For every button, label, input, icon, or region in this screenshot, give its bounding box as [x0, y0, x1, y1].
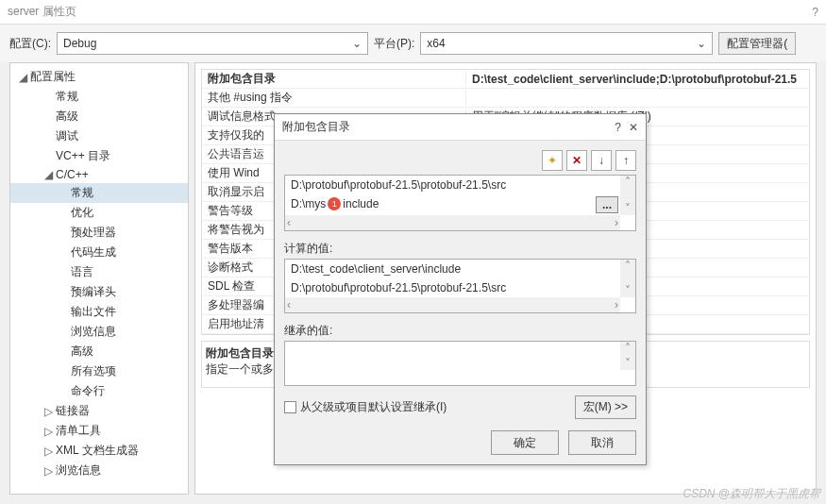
tree-leaf[interactable]: 输出文件 [10, 302, 188, 322]
vertical-scrollbar[interactable]: ˄ ˅ [620, 260, 635, 297]
tree-leaf[interactable]: 代码生成 [10, 243, 188, 262]
tree-leaf[interactable]: 调试 [10, 126, 188, 146]
tree-leaf[interactable]: 优化 [10, 203, 188, 223]
config-label: 配置(C): [9, 36, 51, 52]
dialog-toolbar: ✦ ✕ ↓ ↑ [284, 150, 636, 175]
tree-item-label: 浏览信息 [56, 462, 101, 479]
tree-item-label: 高级 [56, 109, 78, 125]
platform-select[interactable]: x64 ⌄ [420, 32, 713, 55]
tree-leaf[interactable]: 高级 [10, 342, 188, 361]
tree-item-label: 预处理器 [71, 225, 116, 241]
tree-leaf[interactable]: 命令行 [10, 381, 188, 401]
delete-line-button[interactable]: ✕ [566, 150, 587, 171]
list-item: D:\protobuf\protobuf-21.5\protobuf-21.5\… [285, 278, 635, 297]
tree-branch[interactable]: ▷XML 文档生成器 [10, 441, 188, 461]
vertical-scrollbar[interactable]: ˄ ˅ [620, 342, 635, 370]
config-select[interactable]: Debug ⌄ [57, 32, 368, 55]
inherit-checkbox[interactable]: 从父级或项目默认设置继承(I) [284, 399, 447, 415]
scroll-down-icon: ˅ [625, 284, 631, 297]
dialog-footer-2: 确定 取消 [284, 430, 636, 455]
scroll-down-icon: ˅ [625, 202, 631, 215]
window-titlebar: server 属性页 ? [0, 0, 826, 25]
config-value: Debug [63, 37, 96, 50]
tree-item-label: 优化 [71, 205, 93, 221]
dialog-footer-1: 从父级或项目默认设置继承(I) 宏(M) >> [284, 395, 636, 419]
tree-item-label: VC++ 目录 [56, 148, 110, 164]
tree-branch[interactable]: ▷清单工具 [10, 421, 188, 441]
browse-button[interactable]: ... [596, 196, 618, 213]
entry-text-pre: D:\mys [291, 197, 326, 210]
tree-leaf[interactable]: 高级 [10, 107, 188, 126]
inherit-checkbox-label: 从父级或项目默认设置继承(I) [300, 399, 447, 415]
computed-label: 计算的值: [284, 241, 636, 257]
scroll-up-icon: ˄ [625, 176, 631, 189]
grid-row[interactable]: 其他 #using 指令 [202, 89, 809, 108]
grid-row[interactable]: 附加包含目录D:\test_code\client_server\include… [202, 70, 809, 89]
tree-item-label: 高级 [71, 344, 93, 360]
vertical-scrollbar[interactable]: ˄ ˅ [620, 176, 635, 215]
dialog-title: 附加包含目录 [282, 119, 350, 135]
expand-icon: ▷ [43, 405, 53, 418]
dialog-close-icon[interactable]: ✕ [629, 121, 638, 134]
grid-value: D:\test_code\client_server\include;D:\pr… [466, 73, 809, 86]
platform-label: 平台(P): [374, 36, 414, 52]
scroll-left-icon: ‹ [287, 216, 291, 229]
scroll-right-icon: › [615, 298, 618, 311]
tree-leaf[interactable]: 所有选项 [10, 361, 188, 381]
tree-item-label: XML 文档生成器 [56, 443, 139, 459]
nav-tree[interactable]: ◢配置属性常规高级调试VC++ 目录◢C/C++常规优化预处理器代码生成语言预编… [9, 62, 189, 495]
config-row: 配置(C): Debug ⌄ 平台(P): x64 ⌄ 配置管理器( [0, 25, 826, 62]
tree-leaf[interactable]: VC++ 目录 [10, 146, 188, 166]
macro-button[interactable]: 宏(M) >> [575, 395, 636, 419]
delete-icon: ✕ [572, 154, 582, 167]
tree-root[interactable]: ◢配置属性 [10, 67, 188, 87]
move-up-button[interactable]: ↑ [615, 150, 636, 171]
inherited-listbox: ˄ ˅ [284, 341, 636, 386]
scroll-down-icon: ˅ [625, 357, 631, 370]
entries-listbox[interactable]: D:\protobuf\protobuf-21.5\protobuf-21.5\… [284, 175, 636, 231]
platform-value: x64 [427, 37, 445, 50]
window-title: server 属性页 [8, 4, 76, 20]
help-icon[interactable]: ? [812, 6, 818, 19]
expand-icon: ▷ [43, 445, 53, 458]
entry-text-post: include [343, 197, 379, 210]
annotation-badge: 1 [328, 197, 341, 210]
collapse-icon: ◢ [43, 168, 53, 181]
tree-item-label: C/C++ [56, 168, 89, 181]
horizontal-scrollbar[interactable]: ‹ › [285, 297, 620, 312]
tree-branch[interactable]: ▷浏览信息 [10, 461, 188, 480]
move-down-button[interactable]: ↓ [591, 150, 612, 171]
ok-button[interactable]: 确定 [491, 430, 559, 455]
tree-leaf[interactable]: 预编译头 [10, 282, 188, 302]
tree-branch[interactable]: ◢C/C++ [10, 166, 188, 183]
tree-item-label: 语言 [71, 264, 93, 280]
tree-leaf[interactable]: 语言 [10, 262, 188, 282]
checkbox-box [284, 401, 296, 413]
new-line-button[interactable]: ✦ [542, 150, 563, 171]
list-item[interactable]: D:\protobuf\protobuf-21.5\protobuf-21.5\… [285, 176, 635, 194]
scroll-up-icon: ˄ [625, 342, 631, 355]
tree-leaf[interactable]: 常规 [10, 183, 188, 203]
sparkle-icon: ✦ [548, 154, 557, 167]
scroll-up-icon: ˄ [625, 260, 631, 273]
tree-leaf[interactable]: 常规 [10, 87, 188, 107]
scroll-right-icon: › [615, 216, 618, 229]
cancel-button[interactable]: 取消 [568, 430, 636, 455]
tree-item-label: 所有选项 [71, 363, 116, 379]
computed-listbox: D:\test_code\client_server\include D:\pr… [284, 259, 636, 313]
horizontal-scrollbar[interactable]: ‹ › [285, 215, 620, 230]
tree-branch[interactable]: ▷链接器 [10, 401, 188, 421]
list-item: D:\test_code\client_server\include [285, 260, 635, 278]
config-manager-button[interactable]: 配置管理器( [718, 32, 796, 55]
expand-icon: ▷ [43, 425, 53, 438]
tree-item-label: 输出文件 [71, 304, 116, 320]
tree-item-label: 链接器 [56, 403, 90, 419]
tree-leaf[interactable]: 浏览信息 [10, 322, 188, 342]
list-item[interactable]: D:\mys1include [285, 194, 635, 213]
tree-item-label: 清单工具 [56, 423, 101, 439]
tree-leaf[interactable]: 预处理器 [10, 223, 188, 243]
dialog-help-icon[interactable]: ? [615, 121, 621, 134]
chevron-down-icon: ⌄ [352, 37, 362, 50]
expand-icon: ▷ [43, 464, 53, 478]
grid-key: 附加包含目录 [202, 71, 466, 87]
